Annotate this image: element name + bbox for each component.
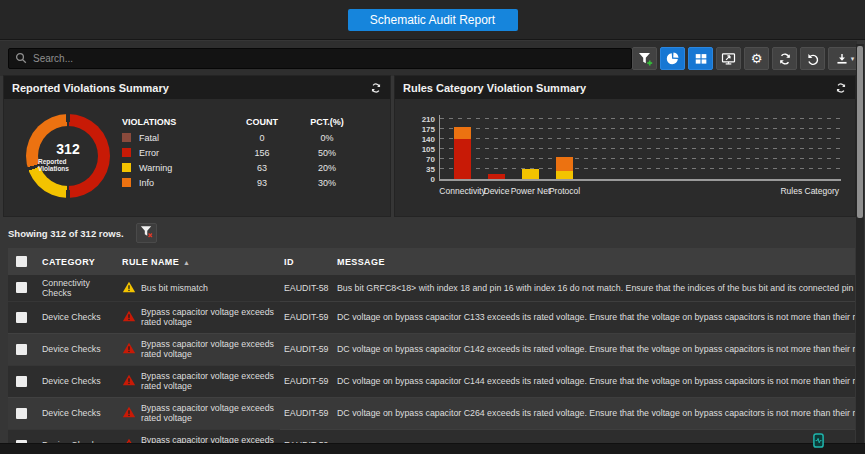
search-box — [8, 48, 632, 69]
chart-view-button[interactable] — [660, 47, 685, 70]
pie-chart-icon — [665, 51, 680, 66]
bar-segment-error — [488, 174, 505, 179]
table-row[interactable]: Device ChecksBypass capacitor voltage ex… — [8, 397, 855, 429]
gridline — [440, 118, 841, 119]
donut-center: 312 Reported Violations — [38, 126, 98, 186]
donut-total-label: Reported Violations — [38, 158, 98, 172]
violations-donut-chart[interactable]: 312 Reported Violations — [26, 114, 110, 198]
category-cell: Device Checks — [38, 301, 118, 333]
table-row[interactable]: Connectivity ChecksBus bit mismatchEAUDI… — [8, 275, 855, 301]
funnel-plus-icon — [637, 51, 653, 67]
table-row[interactable]: Device ChecksBypass capacitor voltage ex… — [8, 301, 855, 333]
rule-name: Bypass capacitor voltage exceeds rated v… — [141, 371, 276, 391]
select-all-checkbox[interactable] — [16, 256, 27, 267]
violations-legend: VIOLATIONSCOUNTPCT.(%)Fatal00%Error15650… — [122, 113, 372, 190]
x-axis-category-label: Device — [484, 186, 510, 196]
gridline — [440, 138, 841, 139]
gridline — [440, 148, 841, 149]
table-row[interactable]: Device ChecksBypass capacitor voltage ex… — [8, 429, 855, 443]
add-filter-button[interactable] — [632, 47, 657, 70]
category-cell: Device Checks — [38, 365, 118, 397]
refresh-icon[interactable] — [835, 82, 847, 94]
column-header-message[interactable]: MESSAGE — [333, 248, 855, 275]
column-header-rule-name[interactable]: RULE NAME▲ — [118, 248, 280, 275]
table-header-row: CATEGORYRULE NAME▲IDMESSAGE — [8, 248, 855, 275]
y-axis-tick: 105 — [422, 144, 435, 153]
column-header-category[interactable]: CATEGORY — [38, 248, 118, 275]
id-cell: EAUDIT-59 — [280, 301, 333, 333]
error-color-swatch — [122, 148, 131, 157]
rule-name: Bus bit mismatch — [141, 283, 208, 293]
monitor-arrow-icon — [721, 51, 736, 66]
activity-monitor-icon[interactable] — [813, 433, 824, 452]
scrollbar-thumb[interactable] — [857, 46, 863, 218]
gridline — [440, 128, 841, 129]
table-view-button[interactable] — [688, 47, 713, 70]
x-axis-category-label: Power Net — [511, 186, 551, 196]
bar-protocol[interactable] — [556, 157, 573, 179]
table-row[interactable]: Device ChecksBypass capacitor voltage ex… — [8, 365, 855, 397]
settings-button[interactable]: ⚙ — [744, 47, 769, 70]
message-cell: DC voltage on bypass capacitor C264 exce… — [333, 397, 855, 429]
undo-icon — [806, 52, 820, 66]
category-cell: Device Checks — [38, 333, 118, 365]
category-cell: Connectivity Checks — [38, 275, 118, 301]
bar-connectivity[interactable] — [454, 127, 471, 180]
row-checkbox[interactable] — [16, 312, 27, 323]
download-icon — [835, 52, 849, 66]
id-cell: EAUDIT-58 — [280, 275, 333, 301]
search-icon — [15, 50, 27, 68]
message-cell: Bus bit GRFC8<18> with index 18 and pin … — [333, 275, 855, 301]
gear-icon: ⚙ — [751, 52, 763, 65]
panel-title: Rules Category Violation Summary — [403, 82, 586, 94]
gridline — [440, 168, 841, 169]
row-checkbox[interactable] — [16, 344, 27, 355]
clear-filter-button[interactable] — [136, 223, 157, 243]
table-meta-bar: Showing 312 of 312 rows. — [8, 222, 157, 244]
category-cell: Device Checks — [38, 429, 118, 443]
info-color-swatch — [122, 178, 131, 187]
showing-rows-text: Showing 312 of 312 rows. — [8, 228, 124, 239]
display-button[interactable] — [716, 47, 741, 70]
rules-category-bar-chart[interactable]: 03570105140175210ConnectivityDevicePower… — [401, 109, 849, 216]
schematic-audit-report-app: Schematic Audit Report ⚙▾ Reported Viola… — [0, 0, 865, 454]
table-row[interactable]: Device ChecksBypass capacitor voltage ex… — [8, 333, 855, 365]
search-input[interactable] — [33, 53, 625, 64]
refresh-icon[interactable] — [370, 82, 382, 94]
error-triangle-icon — [122, 310, 136, 324]
message-cell: DC voltage on bypass capacitor C142 exce… — [333, 333, 855, 365]
rule-name: Bypass capacitor voltage exceeds rated v… — [141, 339, 276, 359]
error-triangle-icon — [122, 342, 136, 356]
vertical-scrollbar[interactable] — [856, 44, 864, 443]
row-checkbox[interactable] — [16, 376, 27, 387]
donut-total: 312 — [56, 141, 79, 157]
y-axis-tick: 175 — [422, 124, 435, 133]
bar-segment-error — [454, 139, 471, 179]
bar-power-net[interactable] — [522, 169, 539, 179]
refresh-button[interactable] — [772, 47, 797, 70]
status-bar — [0, 443, 865, 454]
category-cell: Device Checks — [38, 397, 118, 429]
message-cell: DC voltage on bypass capacitor C144 exce… — [333, 365, 855, 397]
reported-violations-panel: Reported Violations Summary 312 Reported… — [4, 76, 390, 216]
undo-button[interactable] — [800, 47, 825, 70]
x-axis-category-label: Protocol — [549, 186, 580, 196]
rule-name: Bypass capacitor voltage exceeds rated v… — [141, 307, 276, 327]
funnel-clear-icon — [139, 224, 154, 242]
report-title-button[interactable]: Schematic Audit Report — [348, 9, 518, 31]
id-cell: EAUDIT-59 — [280, 365, 333, 397]
id-cell: EAUDIT-59 — [280, 333, 333, 365]
x-axis-category-label: Connectivity — [439, 186, 485, 196]
rule-name: Bypass capacitor voltage exceeds rated v… — [141, 435, 276, 443]
id-cell: EAUDIT-59 — [280, 429, 333, 443]
row-checkbox[interactable] — [16, 282, 27, 293]
fatal-color-swatch — [122, 133, 131, 142]
bar-segment-warning — [522, 169, 539, 179]
table-grid-icon — [694, 52, 708, 66]
row-checkbox[interactable] — [16, 408, 27, 419]
bar-device[interactable] — [488, 174, 505, 179]
column-header-id[interactable]: ID — [280, 248, 333, 275]
titlebar: Schematic Audit Report — [0, 0, 865, 40]
refresh-icon — [778, 52, 792, 66]
bar-segment-info — [454, 127, 471, 139]
